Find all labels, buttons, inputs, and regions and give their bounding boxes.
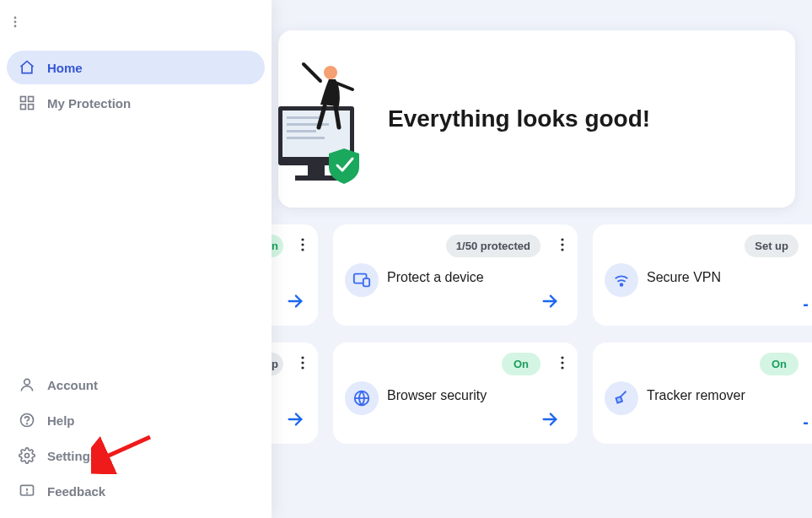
sidebar-item-account[interactable]: Account [7, 368, 265, 402]
home-icon [19, 59, 35, 76]
main-content: Everything looks good! n 1/50 protected … [272, 0, 812, 518]
card-partial-indicator: - [803, 294, 809, 314]
sidebar-item-help[interactable]: Help [7, 403, 265, 437]
status-badge: n [272, 235, 283, 257]
svg-point-1 [14, 21, 17, 24]
card-arrow[interactable] [540, 292, 559, 314]
svg-rect-21 [295, 175, 337, 181]
svg-point-40 [561, 366, 563, 369]
svg-rect-17 [287, 123, 329, 126]
card-secure-vpn[interactable]: Set up Secure VPN - [593, 224, 812, 326]
protection-icon [19, 94, 35, 111]
sidebar-item-feedback[interactable]: Feedback [7, 474, 265, 508]
svg-point-35 [301, 361, 304, 364]
sidebar-nav-top: Home My Protection [0, 49, 272, 121]
svg-point-2 [14, 25, 17, 28]
cards-row-1: n 1/50 protected Protect a device Set up [272, 224, 812, 326]
svg-point-27 [561, 238, 563, 240]
svg-rect-5 [21, 105, 26, 110]
status-badge: On [502, 353, 540, 375]
status-badge: On [760, 353, 799, 375]
status-banner: Everything looks good! [278, 30, 795, 208]
card-title: Secure VPN [647, 270, 721, 285]
svg-rect-20 [308, 165, 325, 175]
card-protect-device[interactable]: 1/50 protected Protect a device [333, 224, 578, 326]
broom-icon [605, 381, 638, 415]
sidebar-item-label: Help [47, 413, 75, 428]
banner-title: Everything looks good! [388, 105, 650, 132]
banner-illustration [278, 47, 371, 191]
svg-point-33 [621, 283, 623, 286]
card-arrow[interactable] [286, 292, 304, 314]
svg-rect-3 [21, 97, 26, 102]
card-more-menu[interactable] [301, 356, 304, 373]
svg-rect-4 [29, 97, 34, 102]
sidebar-panel: Home My Protection Account [0, 0, 272, 518]
card-browser-security[interactable]: On Browser security [333, 343, 578, 444]
vertical-dots-icon [8, 15, 22, 29]
card-partial-indicator: - [803, 413, 809, 432]
sidebar-item-home[interactable]: Home [7, 51, 265, 84]
card-tracker-remover[interactable]: On Tracker remover - [593, 343, 812, 444]
svg-point-23 [301, 238, 304, 240]
svg-point-28 [561, 243, 563, 246]
wifi-icon [605, 263, 638, 297]
svg-rect-16 [287, 116, 320, 119]
settings-gear-icon [19, 447, 35, 464]
status-badge: 1/50 protected [446, 235, 540, 257]
card-title: Tracker remover [647, 388, 745, 403]
svg-point-36 [301, 366, 304, 369]
sidebar-item-label: Settings [47, 449, 97, 463]
svg-point-0 [14, 17, 17, 19]
sidebar-item-label: My Protection [47, 96, 131, 111]
sidebar-item-label: Feedback [47, 484, 105, 499]
sidebar-nav-bottom: Account Help Settings [0, 366, 272, 518]
svg-point-13 [27, 493, 28, 494]
svg-point-9 [27, 424, 28, 424]
svg-point-25 [301, 248, 304, 251]
svg-point-7 [24, 379, 30, 385]
sidebar-item-label: Account [47, 378, 98, 392]
svg-point-24 [301, 243, 304, 246]
account-icon [19, 376, 35, 393]
svg-rect-6 [29, 105, 34, 110]
help-icon [19, 412, 35, 429]
svg-point-34 [301, 356, 304, 359]
svg-point-10 [25, 454, 30, 458]
card-more-menu[interactable] [561, 356, 564, 373]
sidebar-item-label: Home [47, 61, 83, 75]
card-partial-firewall[interactable]: p [272, 343, 318, 444]
svg-point-39 [561, 361, 563, 364]
card-more-menu[interactable] [301, 238, 304, 255]
svg-point-22 [324, 66, 337, 79]
sidebar-item-settings[interactable]: Settings [7, 439, 265, 472]
device-icon [345, 263, 379, 297]
feedback-icon [19, 483, 35, 499]
cards-row-2: p On Browser security On [272, 343, 812, 444]
card-arrow[interactable] [286, 410, 304, 432]
card-partial-antivirus[interactable]: n [272, 224, 318, 326]
globe-icon [345, 381, 379, 415]
svg-rect-18 [287, 130, 316, 132]
card-more-menu[interactable] [561, 238, 564, 255]
status-badge: Set up [745, 235, 799, 257]
svg-rect-19 [287, 137, 325, 139]
card-arrow[interactable] [540, 410, 559, 432]
svg-point-38 [561, 356, 563, 359]
svg-point-29 [561, 248, 563, 251]
card-title: Protect a device [387, 270, 484, 285]
sidebar-item-my-protection[interactable]: My Protection [7, 86, 265, 120]
status-badge: p [272, 353, 283, 375]
card-title: Browser security [387, 388, 487, 403]
sidebar-more-menu[interactable] [0, 8, 272, 49]
svg-rect-31 [363, 278, 369, 286]
